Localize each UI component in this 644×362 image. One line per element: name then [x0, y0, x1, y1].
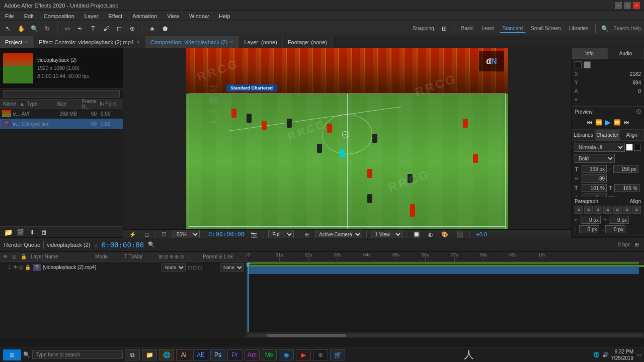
layer-solo-0[interactable]: ◎ — [19, 264, 24, 270]
workspace-small[interactable]: Small Screen — [528, 25, 563, 32]
fast-preview-btn[interactable]: 🔲 — [411, 230, 422, 239]
tab-effect-close[interactable]: ✕ — [136, 39, 140, 45]
tab-project[interactable]: Project ✕ — [0, 36, 34, 48]
tool-clone[interactable]: ⊕ — [127, 24, 137, 34]
layer-lock-0[interactable]: 🔒 — [25, 264, 31, 270]
snapping-btn[interactable]: ⊞ — [439, 24, 449, 34]
menu-layer[interactable]: Layer — [83, 12, 101, 20]
tool-zoom[interactable]: 🔍 — [29, 24, 39, 34]
prev-first[interactable]: ⏮ — [586, 118, 593, 126]
tab-character[interactable]: Character — [596, 130, 620, 141]
space-before-input[interactable] — [579, 225, 599, 233]
align-right-btn[interactable]: ≡ — [594, 206, 602, 214]
speaker-btn[interactable]: 🔊 — [602, 352, 608, 357]
tl-search-btn[interactable]: 🔍 — [147, 240, 156, 249]
tool-brush[interactable]: 🖌 — [101, 24, 111, 34]
timeline-timecode[interactable]: 0:00:00:00 — [102, 241, 144, 249]
toggle-masks-btn[interactable]: ☑ — [159, 230, 169, 239]
font-style-select[interactable]: Bold Regular Italic — [575, 154, 615, 163]
char-size-input[interactable] — [582, 165, 607, 173]
prev-next[interactable]: ⏩ — [613, 118, 622, 127]
ps-btn[interactable]: Ps — [210, 349, 225, 360]
layer-mode-select-0[interactable]: Normal Add — [162, 263, 186, 272]
menu-window[interactable]: Window — [187, 12, 211, 20]
char-hscale-input[interactable] — [582, 184, 607, 192]
text-color-swatch[interactable] — [626, 144, 633, 151]
app6-btn[interactable]: Me — [262, 349, 277, 360]
toggle-grid-btn[interactable]: ⊞ — [302, 230, 311, 239]
taskview-btn[interactable]: ⧉ — [125, 349, 140, 360]
align-left-btn[interactable]: ≡ — [575, 206, 583, 214]
illustrator-btn[interactable]: Ai — [176, 349, 191, 360]
justify-all-btn[interactable]: ≡ — [632, 206, 641, 214]
search-input[interactable] — [3, 90, 120, 98]
prev-play[interactable]: ▶ — [604, 117, 612, 127]
tool-pen[interactable]: ✒ — [75, 24, 85, 34]
minimize-button[interactable]: ─ — [615, 2, 622, 9]
menu-effect[interactable]: Effect — [106, 12, 124, 20]
workspace-learn[interactable]: Learn — [479, 25, 497, 32]
align-center-btn[interactable]: ≡ — [584, 206, 593, 214]
layer-parent-select-0[interactable]: None — [220, 263, 244, 272]
tool-text[interactable]: T — [88, 24, 98, 34]
layer-sw-2[interactable]: ◻ — [193, 264, 197, 270]
am-btn[interactable]: Am — [245, 349, 260, 360]
menu-edit[interactable]: Edit — [22, 12, 36, 20]
tab-composition[interactable]: Composition: videoplayback (2) ✕ — [145, 36, 239, 48]
pr-btn[interactable]: Pr — [227, 349, 243, 360]
tab-info[interactable]: Info — [572, 48, 608, 59]
tab-libraries[interactable]: Libraries — [572, 130, 596, 141]
menu-animation[interactable]: Animation — [130, 12, 159, 20]
tab-layer[interactable]: Layer: (none) — [239, 36, 282, 48]
tool-rect[interactable]: ▭ — [62, 24, 72, 34]
start-button[interactable]: ⊞ — [3, 349, 21, 360]
browser-btn[interactable]: ◉ — [279, 349, 294, 360]
delete-btn[interactable]: 🗑 — [39, 227, 49, 237]
layer-sw-3[interactable]: ◻ — [198, 264, 202, 270]
timeline-playhead[interactable] — [248, 265, 249, 332]
timecode-display[interactable]: 0:00:00:00 — [208, 231, 245, 238]
prev-last[interactable]: ⏭ — [623, 118, 630, 126]
tab-effect-controls[interactable]: Effect Controls: videoplayback (2).mp4 ✕ — [34, 36, 145, 48]
scroll-thumb[interactable] — [267, 334, 346, 337]
justify-center-btn[interactable]: ≡ — [613, 206, 622, 214]
show-desktop-btn[interactable]: ▭ — [636, 352, 641, 357]
justify-right-btn[interactable]: ≡ — [623, 206, 631, 214]
timeline-layer-0[interactable]: 1 👁 ◎ 🔒 🎬 [videoplayback (2).mp4] Normal… — [0, 262, 246, 273]
ae-btn[interactable]: AE — [193, 349, 208, 360]
search-btn[interactable]: 🔍 — [600, 24, 610, 34]
indent-left-input[interactable] — [581, 216, 601, 224]
preview-always-btn[interactable]: ⚡ — [127, 230, 138, 239]
tab-project-close[interactable]: ✕ — [24, 39, 28, 45]
project-item-0[interactable]: videopl_2.mp4 AVI 268 MB 60 0:00 — [0, 109, 123, 119]
char-kern-input[interactable] — [582, 174, 607, 183]
menu-file[interactable]: File — [3, 12, 16, 20]
network-btn[interactable]: 🌐 — [593, 352, 599, 357]
layer-eye-0[interactable]: 👁 — [13, 264, 18, 270]
menu-help[interactable]: Help — [217, 12, 232, 20]
comp-settings-btn[interactable]: ≡ — [93, 241, 98, 249]
workspace-standard[interactable]: Standard — [500, 25, 526, 33]
tool-hand[interactable]: ✋ — [16, 24, 26, 34]
transparency-btn[interactable]: ⬛ — [454, 230, 465, 239]
taskbar-search-input[interactable] — [32, 350, 123, 359]
tab-footage[interactable]: Footage: (none) — [283, 36, 333, 48]
overlay-btn[interactable]: +0.0 — [474, 230, 489, 238]
explorer-btn[interactable]: 📁 — [142, 349, 157, 360]
prev-prev[interactable]: ⏪ — [594, 118, 603, 127]
work-area-range[interactable] — [248, 262, 639, 264]
exposure-btn[interactable]: ◐ — [426, 230, 435, 239]
char-vscale-input[interactable] — [614, 184, 639, 192]
font-family-select[interactable]: Nirmala UI — [575, 143, 625, 152]
tool-shape[interactable]: ⬟ — [160, 24, 170, 34]
layer-sw-1[interactable]: ◻ — [188, 264, 192, 270]
import-btn[interactable]: ⬇ — [27, 227, 37, 237]
workspace-basic[interactable]: Basic — [459, 25, 476, 32]
tool-rotate[interactable]: ↻ — [42, 24, 52, 34]
space-after-input[interactable] — [605, 225, 625, 233]
new-folder-btn[interactable]: 📁 — [3, 227, 13, 237]
color-swatch[interactable] — [575, 61, 582, 68]
tab-comp-close[interactable]: ✕ — [229, 39, 233, 45]
close-button[interactable]: ✕ — [633, 2, 640, 9]
tool-select[interactable]: ↖ — [3, 24, 13, 34]
